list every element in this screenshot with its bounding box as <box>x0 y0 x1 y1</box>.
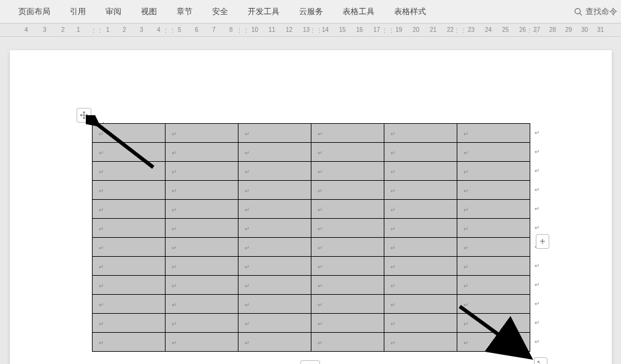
table-cell[interactable]: ↵ <box>457 124 530 143</box>
table-resize-handle[interactable] <box>534 357 547 364</box>
table-cell[interactable]: ↵ <box>384 238 457 257</box>
table-cell[interactable]: ↵ <box>238 200 311 219</box>
table-cell[interactable]: ↵ <box>166 257 238 276</box>
table-cell[interactable]: ↵ <box>311 257 384 276</box>
table-cell[interactable]: ↵ <box>457 143 530 162</box>
table-cell[interactable]: ↵ <box>311 143 384 162</box>
menu-item-1[interactable]: 引用 <box>60 0 96 23</box>
menu-item-9[interactable]: 表格样式 <box>384 0 436 23</box>
menu-item-4[interactable]: 章节 <box>167 0 202 23</box>
document-table[interactable]: ↵↵↵↵↵↵↵↵↵↵↵↵↵↵↵↵↵↵↵↵↵↵↵↵↵↵↵↵↵↵↵↵↵↵↵↵↵↵↵↵… <box>92 123 530 352</box>
table-row[interactable]: ↵↵↵↵↵↵ <box>93 238 530 257</box>
table-row[interactable]: ↵↵↵↵↵↵ <box>93 143 530 162</box>
table-cell[interactable]: ↵ <box>384 276 457 295</box>
table-cell[interactable]: ↵ <box>93 257 166 276</box>
table-row[interactable]: ↵↵↵↵↵↵ <box>93 295 530 314</box>
table-cell[interactable]: ↵ <box>166 162 238 181</box>
table-cell[interactable]: ↵ <box>238 333 311 352</box>
table-cell[interactable]: ↵ <box>166 238 238 257</box>
table-cell[interactable]: ↵ <box>384 124 457 143</box>
menu-item-7[interactable]: 云服务 <box>289 0 333 23</box>
menu-item-3[interactable]: 视图 <box>131 0 167 23</box>
table-cell[interactable]: ↵ <box>238 181 311 200</box>
menu-item-5[interactable]: 安全 <box>202 0 238 23</box>
table-cell[interactable]: ↵ <box>93 314 166 333</box>
table-cell[interactable]: ↵ <box>457 162 530 181</box>
table-cell[interactable]: ↵ <box>166 124 238 143</box>
table-row[interactable]: ↵↵↵↵↵↵ <box>93 333 530 352</box>
table-cell[interactable]: ↵ <box>166 181 238 200</box>
table-cell[interactable]: ↵ <box>311 219 384 238</box>
table-cell[interactable]: ↵ <box>238 238 311 257</box>
table-cell[interactable]: ↵ <box>457 200 530 219</box>
table-row[interactable]: ↵↵↵↵↵↵ <box>93 181 530 200</box>
table-cell[interactable]: ↵ <box>457 295 530 314</box>
menu-item-2[interactable]: 审阅 <box>96 0 131 23</box>
table-cell[interactable]: ↵ <box>238 143 311 162</box>
table-cell[interactable]: ↵ <box>93 181 166 200</box>
table-cell[interactable]: ↵ <box>166 295 238 314</box>
table-cell[interactable]: ↵ <box>311 162 384 181</box>
table-cell[interactable]: ↵ <box>93 238 166 257</box>
table-cell[interactable]: ↵ <box>311 276 384 295</box>
table-cell[interactable]: ↵ <box>457 333 530 352</box>
table-cell[interactable]: ↵ <box>311 181 384 200</box>
add-row-button[interactable]: + <box>536 234 549 249</box>
table-cell[interactable]: ↵ <box>93 200 166 219</box>
table-cell[interactable]: ↵ <box>238 124 311 143</box>
table-cell[interactable]: ↵ <box>166 333 238 352</box>
table-cell[interactable]: ↵ <box>238 219 311 238</box>
table-cell[interactable]: ↵ <box>384 200 457 219</box>
table-cell[interactable]: ↵ <box>166 200 238 219</box>
search-command[interactable]: 查找命令 <box>574 0 617 23</box>
table-cell[interactable]: ↵ <box>93 333 166 352</box>
table-cell[interactable]: ↵ <box>384 162 457 181</box>
table-cell[interactable]: ↵ <box>238 314 311 333</box>
table-cell[interactable]: ↵ <box>93 295 166 314</box>
table-cell[interactable]: ↵ <box>457 219 530 238</box>
table-cell[interactable]: ↵ <box>384 257 457 276</box>
table-cell[interactable]: ↵ <box>384 333 457 352</box>
table-cell[interactable]: ↵ <box>311 333 384 352</box>
table-move-handle[interactable] <box>77 108 91 123</box>
table-cell[interactable]: ↵ <box>457 238 530 257</box>
table-cell[interactable]: ↵ <box>311 295 384 314</box>
table-cell[interactable]: ↵ <box>166 219 238 238</box>
table-row[interactable]: ↵↵↵↵↵↵ <box>93 314 530 333</box>
menu-item-8[interactable]: 表格工具 <box>333 0 384 23</box>
table-cell[interactable]: ↵ <box>311 314 384 333</box>
table-row[interactable]: ↵↵↵↵↵↵ <box>93 276 530 295</box>
table-cell[interactable]: ↵ <box>384 181 457 200</box>
table-cell[interactable]: ↵ <box>93 162 166 181</box>
table-cell[interactable]: ↵ <box>457 314 530 333</box>
table-cell[interactable]: ↵ <box>238 257 311 276</box>
table-cell[interactable]: ↵ <box>384 219 457 238</box>
table-cell[interactable]: ↵ <box>311 200 384 219</box>
table-row[interactable]: ↵↵↵↵↵↵ <box>93 257 530 276</box>
table-cell[interactable]: ↵ <box>311 238 384 257</box>
table-cell[interactable]: ↵ <box>311 124 384 143</box>
menu-item-0[interactable]: 页面布局 <box>9 0 60 23</box>
add-column-button[interactable]: + <box>300 360 320 364</box>
table-cell[interactable]: ↵ <box>93 143 166 162</box>
table-row[interactable]: ↵↵↵↵↵↵ <box>93 200 530 219</box>
table-cell[interactable]: ↵ <box>166 276 238 295</box>
table-cell[interactable]: ↵ <box>457 181 530 200</box>
menu-item-6[interactable]: 开发工具 <box>238 0 289 23</box>
horizontal-ruler[interactable]: 4321123456781011121314151617192021222324… <box>0 23 621 37</box>
table-cell[interactable]: ↵ <box>384 314 457 333</box>
table-cell[interactable]: ↵ <box>238 295 311 314</box>
table-cell[interactable]: ↵ <box>166 314 238 333</box>
table-row[interactable]: ↵↵↵↵↵↵ <box>93 219 530 238</box>
table-cell[interactable]: ↵ <box>384 295 457 314</box>
table-cell[interactable]: ↵ <box>93 219 166 238</box>
table-row[interactable]: ↵↵↵↵↵↵ <box>93 124 530 143</box>
table-cell[interactable]: ↵ <box>166 143 238 162</box>
table-row[interactable]: ↵↵↵↵↵↵ <box>93 162 530 181</box>
table-cell[interactable]: ↵ <box>93 276 166 295</box>
table-cell[interactable]: ↵ <box>93 124 166 143</box>
table-cell[interactable]: ↵ <box>457 257 530 276</box>
table-cell[interactable]: ↵ <box>384 143 457 162</box>
table-cell[interactable]: ↵ <box>238 162 311 181</box>
table-cell[interactable]: ↵ <box>457 276 530 295</box>
